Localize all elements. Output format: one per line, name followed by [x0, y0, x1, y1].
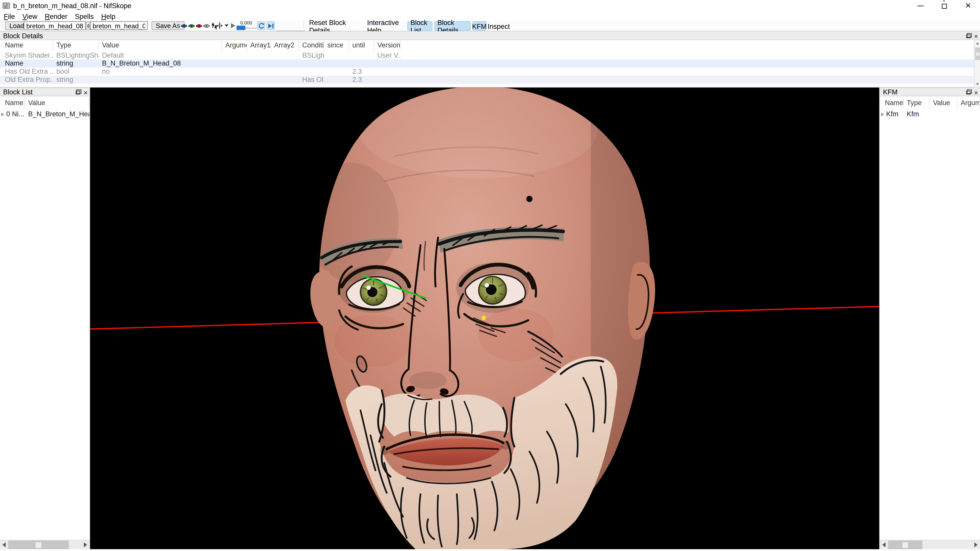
main-toolbar: Load Save As	[0, 21, 980, 32]
kfm-title: KFM	[883, 88, 897, 96]
file-spin-buttons[interactable]	[86, 21, 90, 30]
dock-toolbar-handle[interactable]	[303, 22, 305, 29]
block-list-empty-area	[0, 118, 89, 540]
right-ear	[628, 262, 655, 340]
menu-file[interactable]: File	[0, 11, 19, 21]
minimize-button[interactable]	[908, 0, 932, 11]
menu-help[interactable]: Help	[97, 11, 119, 21]
float-panel-icon[interactable]	[966, 91, 970, 95]
table-row[interactable]: Old Extra Prop...string Has Ol...2.3	[0, 76, 980, 84]
window-title: b_n_breton_m_head_08.nif - NifSkope	[13, 2, 131, 9]
table-row[interactable]: Skyrim Shader...BSLightingSha... Default…	[0, 51, 980, 59]
scroll-left-icon[interactable]	[880, 540, 888, 549]
close-panel-icon[interactable]: ×	[974, 33, 978, 40]
close-icon: ✕	[965, 3, 971, 9]
close-button[interactable]: ✕	[956, 0, 980, 11]
list-item[interactable]: Kfm Kfm	[880, 110, 980, 118]
view-toolbar-handle[interactable]	[177, 22, 179, 29]
window-titlebar: b_n_breton_m_head_08.nif - NifSkope ✕	[0, 0, 980, 11]
app-window: b_n_breton_m_head_08.nif - NifSkope ✕ Fi…	[0, 0, 980, 551]
toggle-gray-eye-button[interactable]	[203, 21, 210, 30]
menu-render[interactable]: Render	[41, 11, 71, 21]
blue-eye-icon	[180, 23, 188, 29]
loop-icon	[258, 22, 265, 29]
spin-up-icon	[87, 24, 89, 25]
block-list-header: Name Value	[0, 97, 89, 110]
anim-toolbar-handle[interactable]	[227, 22, 228, 29]
kfm-header: Name Type Value Argume	[880, 97, 980, 110]
scroll-up-icon[interactable]	[974, 40, 980, 47]
file-input-current[interactable]	[24, 21, 86, 30]
play-icon	[231, 23, 235, 28]
list-item[interactable]: 0 Ni... B_N_Breton_M_Head_0	[0, 110, 89, 118]
reset-block-details-button[interactable]: Reset Block Details	[307, 21, 355, 30]
scrollbar-thumb[interactable]	[888, 540, 923, 549]
red-eye-icon	[195, 23, 203, 29]
gray-eye-icon	[203, 23, 210, 29]
float-panel-icon[interactable]	[966, 35, 970, 38]
toggle-green-eye-button[interactable]	[188, 21, 195, 30]
restore-icon	[942, 4, 947, 9]
block-details-vscrollbar[interactable]	[974, 40, 980, 87]
anim-slider-fill	[237, 26, 245, 30]
float-panel-icon[interactable]	[76, 91, 80, 95]
kfm-toggle-button[interactable]: KFM	[473, 21, 486, 30]
menu-spells[interactable]: Spells	[71, 11, 97, 21]
scroll-down-icon[interactable]	[974, 81, 980, 87]
close-panel-icon[interactable]: ×	[974, 89, 978, 96]
anim-time-slider[interactable]: 0.000	[237, 21, 256, 30]
kfm-panel: KFM × Name Type Value Argume Kfm Kfm	[879, 87, 980, 549]
scrollbar-thumb[interactable]	[975, 48, 980, 60]
block-details-toggle-button[interactable]: Block Details	[434, 21, 471, 30]
green-eye-icon	[188, 23, 195, 29]
inspect-button[interactable]: Inspect	[489, 21, 509, 30]
kfm-empty-area	[880, 118, 980, 540]
anim-time-value: 0.000	[240, 20, 252, 25]
block-list-panel: Block List × Name Value 0 Ni... B_N_Bret…	[0, 87, 90, 549]
kfm-titlebar: KFM ×	[880, 87, 980, 96]
toggle-blue-eye-button[interactable]	[180, 21, 188, 30]
play-once-icon	[267, 22, 274, 29]
block-details-titlebar: Block Details ×	[0, 32, 980, 40]
scroll-right-icon[interactable]	[972, 540, 980, 549]
toolbar-drag-handle[interactable]	[1, 22, 3, 29]
spin-down-icon	[87, 26, 89, 28]
table-row[interactable]: Namestring B_N_Breton_M_Head_08	[0, 59, 980, 68]
align-center-icon	[216, 22, 223, 29]
restore-button[interactable]	[932, 0, 956, 11]
interactive-help-button[interactable]: Interactive Help	[365, 21, 401, 30]
scroll-left-icon[interactable]	[0, 540, 8, 549]
scroll-right-icon[interactable]	[81, 540, 89, 549]
block-list-titlebar: Block List ×	[0, 87, 89, 96]
block-details-header: Name Type Value Argume Array1 Array2 Con…	[0, 40, 980, 51]
align-toolbar-handle[interactable]	[213, 22, 215, 29]
align-center-button[interactable]	[216, 21, 223, 30]
kfm-hscrollbar[interactable]	[880, 540, 980, 549]
block-list-toggle-button[interactable]: Block List	[407, 21, 432, 30]
expand-chevron-icon[interactable]	[1, 113, 4, 116]
block-details-title: Block Details	[3, 32, 43, 39]
menu-view[interactable]: View	[19, 11, 41, 21]
scrollbar-thumb[interactable]	[8, 540, 69, 549]
toggle-red-eye-button[interactable]	[195, 21, 203, 30]
forehead-mole	[526, 196, 533, 202]
menu-bar: File View Render Spells Help	[0, 11, 980, 21]
close-panel-icon[interactable]: ×	[84, 89, 88, 96]
table-row[interactable]: Has Old Extra ...bool no 2.3	[0, 68, 980, 76]
left-ear	[310, 270, 336, 328]
loop-animation-toggle[interactable]	[257, 21, 266, 30]
mustache	[379, 394, 509, 437]
block-details-panel: Block Details × Name Type Value Argume A…	[0, 32, 980, 88]
save-as-button[interactable]: Save As	[151, 21, 184, 30]
expand-chevron-icon[interactable]	[881, 113, 884, 116]
render-viewport[interactable]	[90, 87, 879, 549]
selected-vertex-dot	[482, 316, 486, 320]
play-once-toggle[interactable]	[267, 21, 275, 30]
nifskope-app-icon	[3, 2, 10, 9]
play-button[interactable]	[229, 21, 236, 30]
block-list-hscrollbar[interactable]	[0, 540, 89, 549]
head-model-render	[90, 87, 879, 549]
block-list-title: Block List	[3, 88, 32, 96]
file-input-target[interactable]	[90, 21, 148, 30]
minimize-icon	[918, 5, 924, 6]
